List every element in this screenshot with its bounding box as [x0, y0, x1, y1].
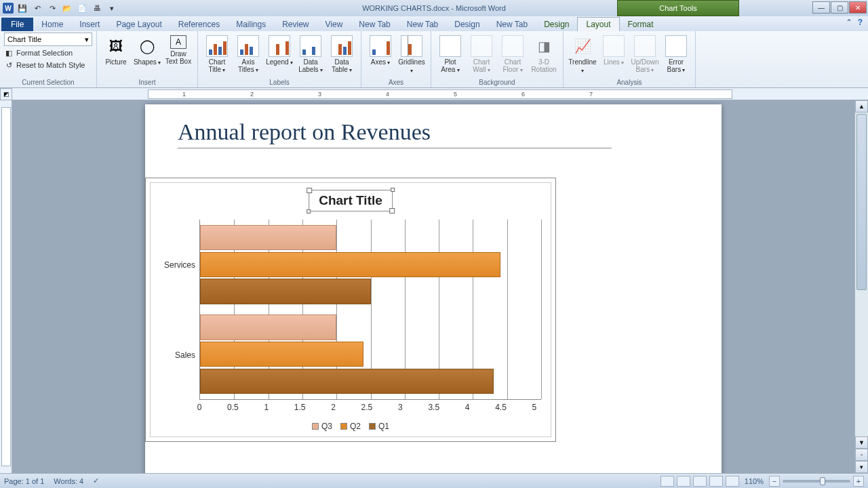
- format-selection-button[interactable]: ◧ Format Selection: [4, 47, 92, 58]
- chart-element-combo[interactable]: Chart Title ▾: [4, 33, 92, 46]
- axes-button[interactable]: Axes: [366, 33, 395, 66]
- maximize-button[interactable]: ▢: [831, 1, 848, 14]
- bar-q3-services[interactable]: [200, 225, 336, 250]
- tab-new2[interactable]: New Tab: [399, 18, 446, 31]
- page[interactable]: Annual report on Revenues Chart Title Se…: [145, 104, 722, 473]
- tab-new1[interactable]: New Tab: [351, 18, 398, 31]
- ruler-corner[interactable]: ◩: [0, 88, 12, 100]
- insert-shapes-button[interactable]: ◯Shapes: [132, 33, 162, 66]
- status-page[interactable]: Page: 1 of 1: [4, 477, 44, 485]
- gridlines-button[interactable]: Gridlines: [397, 33, 427, 75]
- data-table-icon: [331, 35, 353, 57]
- tab-mailings[interactable]: Mailings: [228, 18, 274, 31]
- updown-bars-button[interactable]: Up/Down Bars: [630, 33, 660, 74]
- view-outline-icon[interactable]: [709, 476, 723, 487]
- legend-q2[interactable]: Q2: [340, 422, 361, 431]
- zoom-out-button[interactable]: −: [769, 476, 780, 487]
- chart-legend[interactable]: Q3 Q2 Q1: [151, 422, 551, 431]
- chart-area[interactable]: Chart Title Services Sales 00.511.522.53…: [150, 182, 551, 437]
- scroll-thumb[interactable]: [856, 114, 867, 290]
- chart-object[interactable]: Chart Title Services Sales 00.511.522.53…: [145, 178, 556, 442]
- prev-page-icon[interactable]: ◦: [855, 449, 868, 461]
- qat-more-icon[interactable]: ▾: [106, 2, 118, 14]
- reset-to-match-style-button[interactable]: ↺ Reset to Match Style: [4, 60, 92, 70]
- plot-area-button[interactable]: Plot Area: [435, 33, 465, 74]
- ribbon-tabs: File Home Insert Page Layout References …: [0, 16, 868, 31]
- scroll-up-icon[interactable]: ▲: [855, 100, 868, 113]
- draw-text-box-button[interactable]: ADraw Text Box: [163, 33, 193, 65]
- tab-chart-design[interactable]: Design: [536, 18, 577, 31]
- legend-q1[interactable]: Q1: [369, 422, 389, 431]
- status-words[interactable]: Words: 4: [54, 477, 83, 485]
- zoom-slider-knob[interactable]: [820, 477, 825, 485]
- tab-chart-layout[interactable]: Layout: [577, 17, 619, 31]
- tab-chart-format[interactable]: Format: [620, 18, 662, 31]
- minimize-button[interactable]: —: [812, 1, 830, 14]
- view-print-layout-icon[interactable]: [660, 476, 674, 487]
- group-label-labels: Labels: [202, 79, 357, 87]
- tab-view[interactable]: View: [317, 18, 351, 31]
- chart-floor-button[interactable]: Chart Floor: [498, 33, 528, 74]
- zoom-level[interactable]: 110%: [745, 477, 764, 485]
- chart-wall-button[interactable]: Chart Wall: [467, 33, 496, 74]
- tab-design[interactable]: Design: [446, 18, 488, 31]
- close-button[interactable]: ✕: [849, 1, 867, 14]
- bar-q3-sales[interactable]: [200, 314, 336, 340]
- data-table-button[interactable]: Data Table: [327, 33, 357, 74]
- tab-review[interactable]: Review: [274, 18, 317, 31]
- vertical-scrollbar[interactable]: ▲ ▼ ◦ ▾: [854, 100, 868, 473]
- bar-q1-sales[interactable]: [200, 369, 494, 394]
- group-analysis: 📈Trendline Lines Up/Down Bars Error Bars…: [564, 31, 696, 87]
- trendline-button[interactable]: 📈Trendline: [568, 33, 597, 75]
- new-icon[interactable]: 📄: [76, 2, 88, 14]
- view-web-icon[interactable]: [693, 476, 707, 487]
- tab-home[interactable]: Home: [33, 18, 71, 31]
- open-icon[interactable]: 📂: [61, 2, 73, 14]
- chart-title-box[interactable]: Chart Title: [309, 190, 393, 211]
- plot-area[interactable]: Services Sales: [160, 220, 541, 400]
- tab-new3[interactable]: New Tab: [488, 18, 536, 31]
- legend-q3[interactable]: Q3: [312, 422, 332, 431]
- error-bars-button[interactable]: Error Bars: [661, 33, 691, 74]
- legend-button[interactable]: Legend: [264, 33, 294, 66]
- bar-q1-services[interactable]: [200, 279, 371, 304]
- ruler-vertical[interactable]: [0, 100, 12, 473]
- group-labels: Chart Title Axis Titles Legend Data Labe…: [198, 31, 361, 87]
- undo-icon[interactable]: ↶: [31, 2, 43, 14]
- print-icon[interactable]: 🖶: [91, 2, 103, 14]
- 3d-rotation-button[interactable]: ◨3-D Rotation: [529, 33, 559, 73]
- insert-picture-button[interactable]: 🖼Picture: [101, 33, 131, 66]
- tab-references[interactable]: References: [170, 18, 228, 31]
- group-insert: 🖼Picture ◯Shapes ADraw Text Box Insert: [97, 31, 198, 87]
- chart-grid[interactable]: [199, 220, 541, 400]
- scroll-down-icon[interactable]: ▼: [855, 436, 868, 449]
- chart-title-button[interactable]: Chart Title: [202, 33, 232, 74]
- next-page-icon[interactable]: ▾: [855, 461, 868, 473]
- data-labels-button[interactable]: Data Labels: [296, 33, 326, 74]
- bar-q2-sales[interactable]: [200, 342, 363, 367]
- help-icon[interactable]: ?: [858, 18, 863, 27]
- x-tick: 0.5: [226, 403, 239, 413]
- spell-check-icon[interactable]: ✓: [93, 476, 99, 485]
- bar-q2-services[interactable]: [200, 252, 500, 277]
- axis-titles-button[interactable]: Axis Titles: [233, 33, 263, 74]
- tab-insert[interactable]: Insert: [71, 18, 108, 31]
- word-app-icon[interactable]: W: [3, 3, 14, 14]
- quick-access-toolbar: W 💾 ↶ ↷ 📂 📄 🖶 ▾: [0, 2, 118, 14]
- tab-file[interactable]: File: [1, 18, 33, 31]
- x-tick: 3.5: [427, 403, 441, 413]
- lines-button[interactable]: Lines: [599, 33, 629, 66]
- ruler-horizontal[interactable]: 1234567: [12, 88, 868, 100]
- view-draft-icon[interactable]: [726, 476, 739, 487]
- minimize-ribbon-icon[interactable]: ⌃: [846, 18, 852, 27]
- tab-page-layout[interactable]: Page Layout: [108, 18, 170, 31]
- document-area: Annual report on Revenues Chart Title Se…: [0, 100, 854, 473]
- save-icon[interactable]: 💾: [16, 2, 28, 14]
- chart-title-text[interactable]: Chart Title: [319, 193, 382, 207]
- zoom-slider[interactable]: [783, 480, 850, 483]
- page-scroll[interactable]: Annual report on Revenues Chart Title Se…: [12, 100, 854, 473]
- view-fullscreen-icon[interactable]: [677, 476, 690, 487]
- zoom-in-button[interactable]: +: [853, 476, 864, 487]
- redo-icon[interactable]: ↷: [46, 2, 58, 14]
- document-heading[interactable]: Annual report on Revenues: [178, 119, 612, 148]
